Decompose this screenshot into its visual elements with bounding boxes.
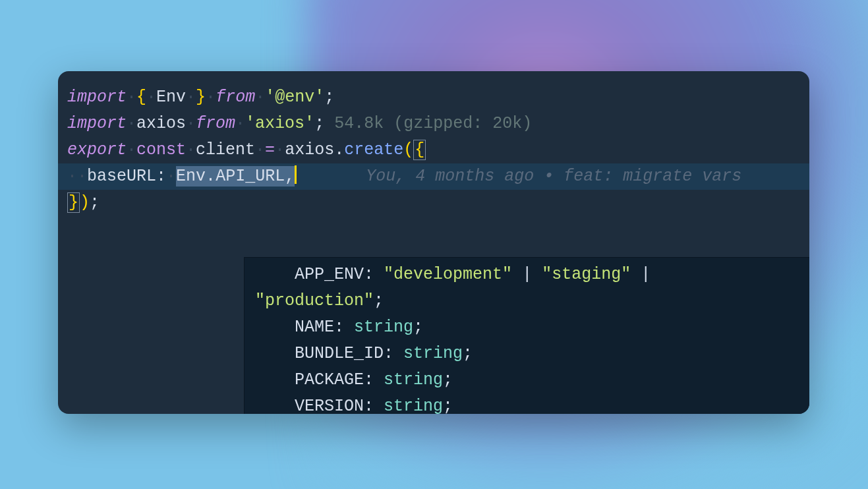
identifier-axios: axios (285, 140, 334, 159)
whitespace-dot: · (127, 140, 136, 159)
identifier-client: client (196, 140, 255, 159)
keyword-const: const (136, 140, 186, 159)
git-blame-annotation: You, 4 months ago • feat: migrate vars (366, 167, 741, 186)
comma: , (285, 167, 295, 186)
tooltip-type: string (354, 318, 413, 337)
tooltip-type: string (384, 397, 443, 414)
brace-open: { (136, 88, 146, 107)
whitespace-dot: · (146, 88, 156, 107)
tooltip-line-name: NAME: string; (255, 314, 809, 341)
whitespace-dot: · (67, 167, 77, 186)
tooltip-line-2: "production"; (255, 288, 809, 314)
identifier-apiurl: API_URL (216, 167, 285, 186)
tooltip-string: "production" (255, 291, 374, 310)
semicolon: ; (314, 114, 324, 133)
tooltip-string: "staging" (542, 265, 631, 284)
tooltip-key: APP_ENV (295, 265, 364, 284)
tooltip-key: NAME (295, 318, 334, 337)
colon: : (334, 318, 344, 337)
property-baseurl: baseURL (87, 167, 156, 186)
whitespace-dot: · (77, 167, 87, 186)
tooltip-line-1: APP_ENV: "development" | "staging" | (255, 262, 809, 288)
pipe: | (522, 265, 532, 284)
colon: : (364, 397, 374, 414)
code-line-3[interactable]: export·const·client·=·axios.create({ (65, 137, 803, 163)
semicolon: ; (374, 291, 384, 310)
whitespace-dot: · (255, 140, 265, 159)
semicolon: ; (443, 397, 453, 414)
method-create: create (344, 140, 403, 159)
tooltip-key: VERSION (295, 397, 364, 414)
spacer (297, 167, 366, 186)
semicolon: ; (463, 344, 473, 363)
whitespace-dot: · (127, 88, 136, 107)
tooltip-string: "development" (384, 265, 512, 284)
whitespace-dot: · (186, 140, 196, 159)
semicolon: ; (90, 193, 100, 212)
brace-close: } (196, 88, 206, 107)
keyword-from: from (196, 114, 235, 133)
whitespace-dot: · (206, 88, 216, 107)
tooltip-type: string (384, 370, 443, 389)
operator-equals: = (265, 140, 275, 159)
identifier-env: Env (156, 88, 186, 107)
dot: . (334, 140, 344, 159)
code-line-5[interactable]: }); (65, 190, 803, 216)
keyword-import: import (67, 114, 127, 133)
semicolon: ; (413, 318, 423, 337)
identifier-axios: axios (136, 114, 186, 133)
text-selection: Env.API_URL, (176, 166, 295, 187)
tooltip-line-package: PACKAGE: string; (255, 367, 809, 393)
size-comment: 54.8k (gzipped: 20k) (324, 114, 532, 133)
brace-open: { (413, 140, 426, 160)
code-line-4-active[interactable]: ··baseURL:·Env.API_URL, You, 4 months ag… (58, 163, 809, 190)
colon: : (364, 370, 374, 389)
pipe: | (641, 265, 651, 284)
whitespace-dot: · (166, 167, 176, 186)
whitespace-dot: · (186, 114, 196, 133)
keyword-from: from (216, 88, 255, 107)
colon: : (384, 344, 393, 363)
keyword-export: export (67, 140, 127, 159)
code-editor-window[interactable]: import·{·Env·}·from·'@env'; import·axios… (58, 71, 809, 414)
whitespace-dot: · (235, 114, 245, 133)
whitespace-dot: · (186, 88, 196, 107)
identifier-env: Env (176, 167, 206, 186)
brace-close: } (67, 192, 80, 213)
paren-open: ( (403, 140, 413, 159)
string-literal: 'axios' (245, 114, 314, 133)
semicolon: ; (324, 88, 334, 107)
colon: : (156, 167, 166, 186)
tooltip-line-version: VERSION: string; (255, 393, 809, 414)
code-line-2[interactable]: import·axios·from·'axios'; 54.8k (gzippe… (65, 111, 803, 137)
tooltip-key: BUNDLE_ID (295, 344, 384, 363)
whitespace-dot: · (255, 88, 265, 107)
tooltip-key: PACKAGE (295, 370, 364, 389)
whitespace-dot: · (275, 140, 285, 159)
string-literal: '@env' (265, 88, 324, 107)
whitespace-dot: · (127, 114, 136, 133)
code-line-1[interactable]: import·{·Env·}·from·'@env'; (65, 84, 803, 111)
tooltip-type: string (403, 344, 463, 363)
semicolon: ; (443, 370, 453, 389)
tooltip-line-bundle: BUNDLE_ID: string; (255, 341, 809, 367)
colon: : (364, 265, 374, 284)
keyword-import: import (67, 88, 127, 107)
dot: . (206, 167, 216, 186)
paren-close: ) (80, 193, 90, 212)
hover-tooltip[interactable]: APP_ENV: "development" | "staging" | "pr… (244, 257, 809, 414)
